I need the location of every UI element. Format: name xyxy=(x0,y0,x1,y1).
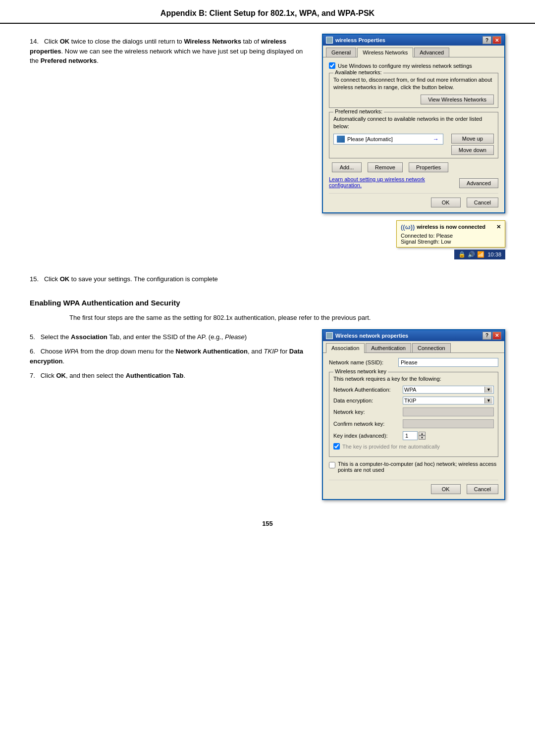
network-auth-select[interactable]: WPA ▼ xyxy=(403,386,494,394)
available-networks-label: Available networks: xyxy=(333,69,383,75)
net-ok-cancel-row: OK Cancel xyxy=(329,480,498,494)
section-intro: The first four steps are the same as the… xyxy=(69,314,371,321)
balloon-close[interactable]: ✕ xyxy=(496,224,501,230)
steps-5-7-row: 5. Select the Association Tab, and enter… xyxy=(30,329,505,500)
tab-general[interactable]: General xyxy=(326,48,356,57)
page-header: Appendix B: Client Setup for 802.1x, WPA… xyxy=(0,0,535,24)
network-arrow-icon: → xyxy=(433,136,439,143)
ok-button[interactable]: OK xyxy=(431,198,461,207)
use-windows-checkbox-row: Use Windows to configure my wireless net… xyxy=(329,62,498,69)
network-auth-value: WPA xyxy=(404,387,416,393)
net-ok-button[interactable]: OK xyxy=(431,484,461,494)
net-cancel-button[interactable]: Cancel xyxy=(467,484,498,494)
step-15-row: 15. Click OK to save your settings. The … xyxy=(30,271,505,284)
net-dialog-title: Wireless network properties xyxy=(335,333,408,339)
available-networks-text: To connect to, disconnect from, or find … xyxy=(333,76,494,92)
use-windows-label: Use Windows to configure my wireless net… xyxy=(338,63,472,69)
network-auth-label: Network Authentication: xyxy=(333,387,403,393)
advanced-button[interactable]: Advanced xyxy=(459,178,498,188)
config-link[interactable]: configuration. xyxy=(329,182,362,188)
adhoc-checkbox[interactable] xyxy=(329,462,335,468)
net-props-titlebar: Wireless network properties ? ✕ xyxy=(323,330,504,341)
view-wireless-button[interactable]: View Wireless Networks xyxy=(421,95,494,104)
steps-5-7-text: 5. Select the Association Tab, and enter… xyxy=(30,329,307,386)
available-networks-section: Available networks: To connect to, disco… xyxy=(329,73,498,108)
wireless-properties-dialog-container: wireless Properties ? ✕ General Wireless… xyxy=(322,34,505,259)
network-name-label: Network name (SSID): xyxy=(329,359,398,365)
adhoc-label: This is a computer-to-computer (ad hoc) … xyxy=(338,461,498,473)
balloon-title: wireless is now connected xyxy=(417,224,485,230)
step-14-wn-bold: Wireless Networks xyxy=(184,38,241,45)
add-remove-props-row: Add... Remove Properties xyxy=(329,162,498,172)
key-index-label: Key index (advanced): xyxy=(333,433,403,439)
bottom-row: Learn about setting up wireless network … xyxy=(329,176,498,188)
tab-connection[interactable]: Connection xyxy=(412,343,451,353)
notification-balloon: ((ω)) wireless is now connected ✕ Connec… xyxy=(396,220,505,248)
tab-authentication[interactable]: Authentication xyxy=(366,343,411,353)
step-5-assoc-bold: Association xyxy=(71,333,107,341)
close-button[interactable]: ✕ xyxy=(492,36,501,44)
network-wifi-icon xyxy=(337,136,345,143)
wireless-key-section: Wireless network key This network requir… xyxy=(329,372,498,457)
net-dialog-body: Network name (SSID): Wireless network ke… xyxy=(323,353,504,499)
signal-strength-text: Signal Strength: Low xyxy=(401,239,501,245)
step-14-text: 14. Click OK twice to close the dialogs … xyxy=(30,34,307,66)
move-down-button[interactable]: Move down xyxy=(451,145,494,155)
tab-association[interactable]: Association xyxy=(326,343,365,353)
step-5-please-italic: Please xyxy=(225,333,245,341)
preferred-networks-text: Automatically connect to available netwo… xyxy=(333,115,494,131)
wireless-properties-dialog: wireless Properties ? ✕ General Wireless… xyxy=(322,34,505,213)
key-index-row: Key index (advanced): ▲ ▼ xyxy=(333,431,494,440)
titlebar-buttons: ? ✕ xyxy=(482,36,501,44)
step-15-ok-bold: OK xyxy=(60,275,70,283)
move-up-button[interactable]: Move up xyxy=(451,134,494,144)
confirm-key-row: Confirm network key: xyxy=(333,419,494,428)
spinner-down: ▼ xyxy=(419,436,426,440)
tab-wireless-networks[interactable]: Wireless Networks xyxy=(357,48,413,57)
network-key-label: Network key: xyxy=(333,409,403,415)
systray-icons: 🔒 🔊 📶 xyxy=(458,251,484,258)
step-6-number: 6. xyxy=(30,348,35,355)
preferred-networks-row: Please [Automatic] → Move up Move down xyxy=(333,134,494,155)
wpa-section-heading: Enabling WPA Authentication and Security xyxy=(30,299,505,307)
net-help-button[interactable]: ? xyxy=(482,332,491,340)
step-14-row: 14. Click OK twice to close the dialogs … xyxy=(30,34,505,259)
step-15-text: 15. Click OK to save your settings. The … xyxy=(30,271,307,284)
ok-cancel-row: OK Cancel xyxy=(329,193,498,207)
notification-area: ((ω)) wireless is now connected ✕ Connec… xyxy=(322,217,505,259)
network-key-input xyxy=(403,407,494,416)
network-name-input[interactable] xyxy=(398,358,498,367)
add-button[interactable]: Add... xyxy=(332,162,362,172)
connected-to-text: Connected to: Please xyxy=(401,233,501,239)
titlebar-left: wireless Properties xyxy=(326,37,385,44)
learn-link[interactable]: Learn about setting up wireless network xyxy=(329,176,425,182)
dialog-title: wireless Properties xyxy=(335,37,385,43)
systray-icon-3: 📶 xyxy=(477,251,484,258)
step-5-number: 5. xyxy=(30,333,35,341)
use-windows-checkbox[interactable] xyxy=(329,62,335,69)
step-14-pn-bold: Prefered networks xyxy=(41,57,97,64)
network-properties-dialog: Wireless network properties ? ✕ Associat… xyxy=(322,329,505,500)
step-6-wpa-italic: WPA xyxy=(64,348,79,355)
properties-button[interactable]: Properties xyxy=(409,162,448,172)
net-titlebar-left: Wireless network properties xyxy=(326,332,408,339)
step-6-tkip-italic: TKIP xyxy=(264,348,278,355)
data-enc-arrow: ▼ xyxy=(484,398,492,403)
data-enc-label: Data encryption: xyxy=(333,398,403,403)
help-button[interactable]: ? xyxy=(482,36,491,44)
remove-button[interactable]: Remove xyxy=(368,162,403,172)
step-7-number: 7. xyxy=(30,372,35,379)
network-item-label: Please [Automatic] xyxy=(347,136,393,142)
network-item-please[interactable]: Please [Automatic] → xyxy=(333,134,443,145)
step-7-paragraph: 7. Click OK, and then select the Authent… xyxy=(30,371,307,381)
net-close-button[interactable]: ✕ xyxy=(492,332,501,340)
data-enc-select[interactable]: TKIP ▼ xyxy=(403,397,494,404)
step-6-paragraph: 6. Choose WPA from the drop down menu fo… xyxy=(30,347,307,366)
cancel-button[interactable]: Cancel xyxy=(467,198,498,207)
network-properties-dialog-container: Wireless network properties ? ✕ Associat… xyxy=(322,329,505,500)
page-footer: 155 xyxy=(0,520,535,537)
step-14-paragraph: 14. Click OK twice to close the dialogs … xyxy=(30,37,307,66)
wireless-props-titlebar: wireless Properties ? ✕ xyxy=(323,35,504,46)
tab-advanced[interactable]: Advanced xyxy=(414,48,449,57)
confirm-key-input xyxy=(403,419,494,428)
